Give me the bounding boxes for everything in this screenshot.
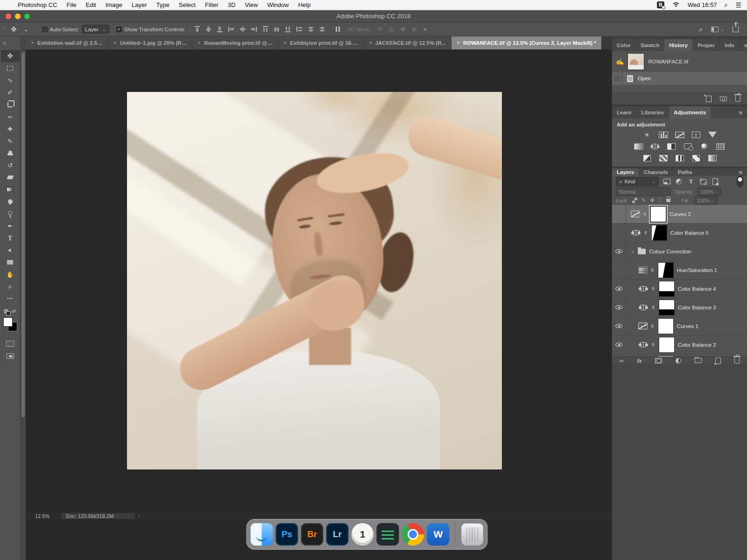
layer-mask-link-icon[interactable]: ∞ (651, 343, 656, 347)
dock-icon-word[interactable]: W (427, 523, 450, 546)
document-image[interactable] (127, 92, 502, 469)
foreground-color-swatch[interactable] (3, 317, 13, 327)
share-icon[interactable] (733, 26, 739, 32)
distribute-top-edges-button[interactable] (262, 26, 268, 32)
canvas-scrollbar[interactable] (21, 52, 25, 417)
blend-mode-dropdown[interactable]: Normal ⌄ (616, 187, 671, 196)
fill-dropdown[interactable]: 100% ⌄ (694, 196, 718, 205)
tool-history-brush[interactable] (1, 159, 20, 171)
layer-visibility-toggle[interactable] (612, 280, 626, 298)
adjustment-posterize[interactable] (658, 154, 669, 162)
adjustment-curves-adj[interactable] (674, 131, 685, 139)
new-document-from-state-icon[interactable] (706, 96, 712, 102)
layer-row[interactable]: ⌄ ∞ Hue/Saturation 1 (612, 261, 747, 280)
new-group-icon[interactable] (695, 358, 702, 363)
document-tab-exhibiyion-print-tif-16[interactable]: × Exhibiyion print.tif @ 16.… (278, 36, 364, 49)
menu-help[interactable]: Help (294, 1, 316, 8)
menu-window[interactable]: Window (262, 1, 293, 8)
align-right-edges-button[interactable] (251, 26, 257, 32)
collapse-panel-chevrons[interactable]: » (0, 36, 20, 50)
align-vertical-centers-button[interactable] (205, 26, 211, 32)
layer-row[interactable]: ⌄ ∞ Color Balance 5 (612, 224, 747, 242)
dock-icon-finder[interactable] (251, 523, 273, 546)
zoom-level-field[interactable]: 12.5% (35, 513, 49, 519)
lock-all-icon[interactable] (666, 199, 670, 202)
layer-row[interactable]: ⌄ ∞ Colour Correction (612, 242, 747, 261)
distribute-left-edges-button[interactable] (296, 26, 303, 32)
menu-layer[interactable]: Layer (127, 1, 152, 8)
menu-select[interactable]: Select (174, 1, 200, 8)
panel-menu-icon[interactable]: ≡ (734, 106, 747, 119)
layer-visibility-toggle[interactable] (612, 205, 626, 223)
layer-mask-thumbnail[interactable] (658, 262, 674, 278)
filter-adjustment-layers-icon[interactable] (675, 179, 683, 184)
menu-view[interactable]: View (240, 1, 262, 8)
layer-style-icon[interactable]: fx (637, 358, 642, 364)
document-tab-exhibition-wall-tif-2-5[interactable]: × Exhibition wall.tif @ 2.5… (26, 36, 108, 49)
tool-edit-toolbar[interactable] (1, 293, 20, 305)
layer-row[interactable]: ⌄ ∞ Color Balance 2 (612, 336, 747, 354)
align-left-edges-button[interactable] (228, 26, 234, 32)
wifi-icon[interactable] (672, 2, 680, 8)
adjustment-levels[interactable] (658, 131, 669, 139)
close-tab-icon[interactable]: × (113, 40, 117, 46)
layer-mask-link-icon[interactable]: ∞ (651, 287, 656, 291)
history-source-row[interactable]: ✍ ROWANFACE.tif (612, 51, 747, 72)
adjustment-hue-saturation[interactable] (633, 142, 644, 150)
layer-filtering-toggle[interactable] (737, 176, 743, 187)
adjustment-channel-mixer[interactable] (698, 142, 710, 150)
panel-tab-learn[interactable]: Learn (612, 106, 636, 119)
menu-3d[interactable]: 3D (223, 1, 240, 8)
layer-mask-thumbnail[interactable] (659, 281, 675, 297)
panel-menu-icon[interactable]: ≡ (740, 39, 747, 51)
layer-mask-thumbnail[interactable] (659, 337, 675, 353)
layer-mask-link-icon[interactable]: ∞ (650, 324, 655, 328)
tool-pen[interactable] (1, 220, 20, 232)
distribute-right-edges-button[interactable] (319, 26, 325, 32)
adjustment-black-white[interactable] (666, 142, 677, 150)
layer-filter-kind-dropdown[interactable]: ⌕ Kind ⌄ (616, 177, 659, 186)
tool-healing-brush[interactable] (1, 123, 20, 135)
align-bottom-edges-button[interactable] (217, 26, 223, 32)
tool-dodge[interactable] (1, 208, 20, 220)
layer-row[interactable]: ⌄ ∞ Color Balance 4 (612, 280, 747, 298)
document-tab-untitled-1-jpg-25-r[interactable]: × Untitled–1.jpg @ 25% (R… (108, 36, 193, 49)
sync-app-icon[interactable]: B (657, 1, 664, 8)
panel-menu-icon[interactable]: ≡ (734, 168, 747, 176)
workspace-switcher[interactable]: ⌄ (711, 27, 724, 32)
layer-mask-thumbnail[interactable] (650, 206, 666, 222)
tool-brush[interactable] (1, 135, 20, 147)
layer-mask-link-icon[interactable]: ∞ (650, 268, 655, 272)
history-brush-source-icon[interactable]: ✍ (616, 58, 624, 65)
quick-mask-button[interactable] (6, 341, 14, 347)
adjustment-color-balance[interactable] (649, 142, 661, 150)
menu-type[interactable]: Type (152, 1, 174, 8)
adjustment-exposure[interactable] (691, 131, 702, 139)
lock-artboard-icon[interactable]: ⛶ (659, 197, 662, 203)
layer-mask-link-icon[interactable]: ∞ (642, 212, 648, 216)
adjustment-photo-filter[interactable] (682, 142, 693, 150)
tool-clone-stamp[interactable] (1, 147, 20, 159)
layer-visibility-toggle[interactable] (612, 298, 626, 316)
adjustment-invert[interactable] (641, 154, 653, 162)
new-layer-icon[interactable] (715, 357, 721, 364)
tool-path-selection[interactable] (1, 244, 20, 256)
spotlight-search-icon[interactable]: ⌕ (725, 1, 728, 9)
dock-icon-chrome[interactable] (402, 523, 424, 546)
filter-type-layers-icon[interactable]: T (687, 178, 695, 185)
default-colors-icon[interactable] (4, 309, 8, 313)
3d-camera-icon[interactable]: ⏺ (423, 26, 427, 33)
panel-tab-adjustments[interactable]: Adjustments (669, 106, 712, 119)
close-tab-icon[interactable]: × (283, 40, 287, 46)
3d-orbit-icon[interactable]: ⟲ (377, 26, 382, 33)
panel-tab-info[interactable]: Info (720, 39, 740, 51)
layer-visibility-toggle[interactable] (612, 261, 626, 279)
lock-position-icon[interactable]: ✥ (650, 197, 655, 203)
lock-transparency-icon[interactable] (632, 198, 637, 203)
layer-mask-thumbnail[interactable] (651, 225, 667, 241)
tool-eraser[interactable] (1, 171, 20, 183)
panel-tab-proper[interactable]: Proper (693, 39, 720, 51)
close-tab-icon[interactable]: × (369, 40, 372, 46)
tool-blur[interactable] (1, 196, 20, 208)
tool-gradient[interactable] (1, 183, 20, 196)
